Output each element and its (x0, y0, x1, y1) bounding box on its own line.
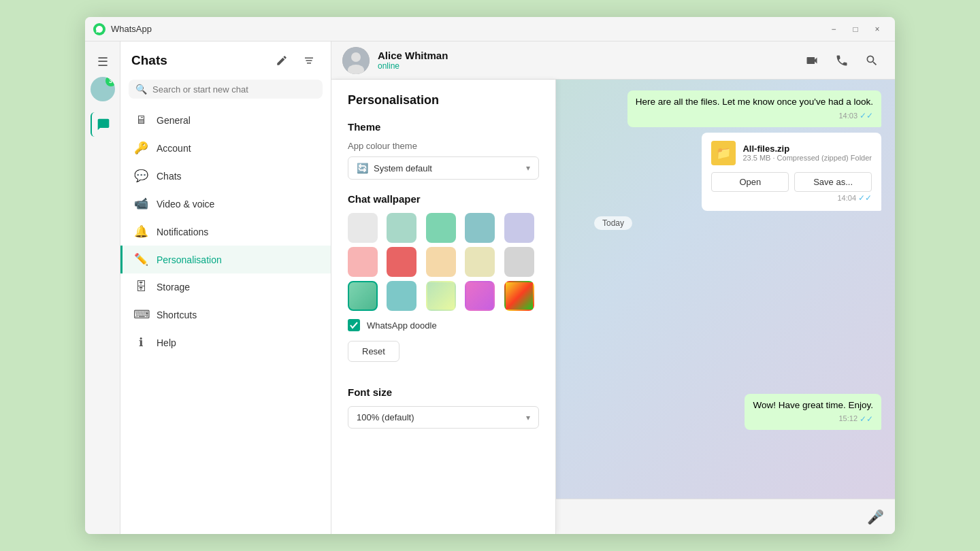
menu-button[interactable]: ☰ (91, 50, 115, 74)
window-controls: − □ × (824, 22, 887, 37)
nav-label-video-voice: Video & voice (157, 199, 214, 210)
nav-item-notifications[interactable]: 🔔 Notifications (120, 218, 331, 246)
personalisation-panel: Personalisation Theme App colour theme 🔄… (331, 80, 556, 534)
wallpaper-swatch-5[interactable] (348, 247, 378, 277)
wallpaper-swatch-2[interactable] (426, 213, 456, 243)
wallpaper-swatch-12[interactable] (426, 281, 456, 311)
wallpaper-swatch-6[interactable] (387, 247, 416, 277)
font-size-dropdown[interactable]: 100% (default) ▾ (348, 406, 539, 429)
wallpaper-swatch-9[interactable] (504, 247, 534, 277)
video-voice-icon: 📹 (133, 197, 148, 211)
nav-label-shortcuts: Shortcuts (157, 310, 197, 320)
file-info: 📁 All-files.zip 23.5 MB · Compressed (zi… (711, 141, 872, 165)
wallpaper-swatch-8[interactable] (465, 247, 495, 277)
notifications-icon: 🔔 (133, 224, 148, 239)
file-icon: 📁 (711, 141, 736, 165)
app-body: ☰ 3 Chats (85, 41, 895, 534)
wallpaper-swatch-4[interactable] (504, 213, 534, 243)
nav-item-account[interactable]: 🔑 Account (120, 134, 331, 162)
new-chat-icon[interactable] (271, 50, 293, 71)
file-meta: 14:04 ✓✓ (711, 193, 872, 203)
nav-item-chats[interactable]: 💬 Chats (120, 162, 331, 190)
close-button[interactable]: × (868, 22, 887, 37)
chats-title: Chats (131, 53, 167, 68)
font-size-value: 100% (default) (357, 412, 521, 422)
wallpaper-swatch-1[interactable] (387, 213, 416, 243)
chat-header-actions (800, 48, 884, 73)
wallpaper-swatch-0[interactable] (348, 213, 378, 243)
wallpaper-swatch-14[interactable] (504, 281, 534, 311)
whatsapp-logo (93, 23, 105, 35)
message-bubble: Here are all the files. Let me know once… (627, 90, 881, 127)
chat-area: Alice Whitman online (331, 41, 895, 534)
wallpaper-swatch-10[interactable] (348, 281, 378, 311)
nav-label-account: Account (157, 143, 191, 154)
nav-label-notifications: Notifications (157, 227, 208, 237)
nav-item-video-voice[interactable]: 📹 Video & voice (120, 190, 331, 218)
nav-item-help[interactable]: ℹ Help (120, 329, 331, 356)
chevron-down-icon: ▾ (526, 163, 530, 173)
app-colour-label: App colour theme (348, 141, 539, 151)
header-icons (271, 50, 320, 71)
storage-icon: 🗄 (133, 280, 148, 294)
personalisation-icon: ✏️ (133, 252, 148, 267)
wallpaper-swatch-13[interactable] (465, 281, 495, 311)
maximize-button[interactable]: □ (846, 22, 865, 37)
minimize-button[interactable]: − (824, 22, 843, 37)
filter-icon[interactable] (298, 50, 320, 71)
message-meta-2: 15:12 ✓✓ (753, 414, 873, 425)
message-ticks: ✓✓ (860, 110, 873, 122)
file-ticks: ✓✓ (858, 193, 872, 203)
mic-button[interactable]: 🎤 (867, 509, 884, 525)
nav-item-shortcuts[interactable]: ⌨ Shortcuts (120, 301, 331, 329)
theme-icon: 🔄 (357, 163, 368, 173)
message-meta: 14:03 ✓✓ (636, 110, 873, 122)
chats-nav-icon: 💬 (133, 169, 148, 183)
font-section-label: Font size (348, 386, 539, 398)
icon-strip: ☰ 3 (85, 41, 120, 534)
app-title: WhatsApp (111, 24, 824, 34)
file-size: 23.5 MB · Compressed (zipped) Folder (742, 154, 872, 162)
message-ticks-2: ✓✓ (860, 414, 873, 425)
message-time: 14:03 (838, 111, 858, 121)
message-text: Here are all the files. Let me know once… (636, 97, 873, 107)
nav-label-chats: Chats (157, 171, 182, 182)
chat-avatar[interactable] (342, 47, 370, 74)
file-time: 14:04 (837, 194, 856, 202)
chats-icon[interactable] (91, 112, 115, 137)
doodle-checkbox-row: WhatsApp doodle (348, 319, 539, 331)
doodle-checkbox[interactable] (348, 319, 360, 331)
unread-badge: 3 (105, 77, 115, 86)
title-bar: WhatsApp − □ × (85, 17, 895, 41)
video-call-button[interactable] (800, 48, 824, 73)
message-time-2: 15:12 (838, 414, 858, 424)
svg-point-1 (351, 52, 361, 62)
help-icon: ℹ (133, 335, 148, 350)
nav-item-general[interactable]: 🖥 General (120, 107, 331, 134)
nav-item-personalisation[interactable]: ✏️ Personalisation (120, 246, 331, 273)
search-input[interactable] (152, 84, 316, 95)
theme-value: System default (374, 163, 521, 173)
wallpaper-swatch-7[interactable] (426, 247, 456, 277)
nav-label-general: General (157, 115, 191, 126)
chat-contact-name: Alice Whitman (378, 50, 448, 61)
wallpaper-swatch-11[interactable] (387, 281, 416, 311)
theme-dropdown[interactable]: 🔄 System default ▾ (348, 156, 539, 180)
open-file-button[interactable]: Open (711, 172, 789, 192)
avatar[interactable]: 3 (91, 77, 115, 101)
account-icon: 🔑 (133, 141, 148, 155)
message-text-2: Wow! Have great time. Enjoy. (753, 400, 873, 410)
search-bar: 🔍 (129, 80, 323, 99)
chat-info: Alice Whitman online (378, 50, 448, 71)
file-bubble: 📁 All-files.zip 23.5 MB · Compressed (zi… (702, 133, 881, 211)
search-chat-button[interactable] (860, 48, 884, 73)
file-name: All-files.zip (742, 144, 872, 154)
left-panel: Chats 🔍 🖥 General (120, 41, 331, 534)
reset-button[interactable]: Reset (348, 341, 399, 362)
nav-item-storage[interactable]: 🗄 Storage (120, 273, 331, 301)
chats-header: Chats (120, 41, 331, 77)
wallpaper-swatch-3[interactable] (465, 213, 495, 243)
voice-call-button[interactable] (830, 48, 854, 73)
save-file-button[interactable]: Save as... (794, 172, 872, 192)
file-actions: Open Save as... (711, 172, 872, 192)
